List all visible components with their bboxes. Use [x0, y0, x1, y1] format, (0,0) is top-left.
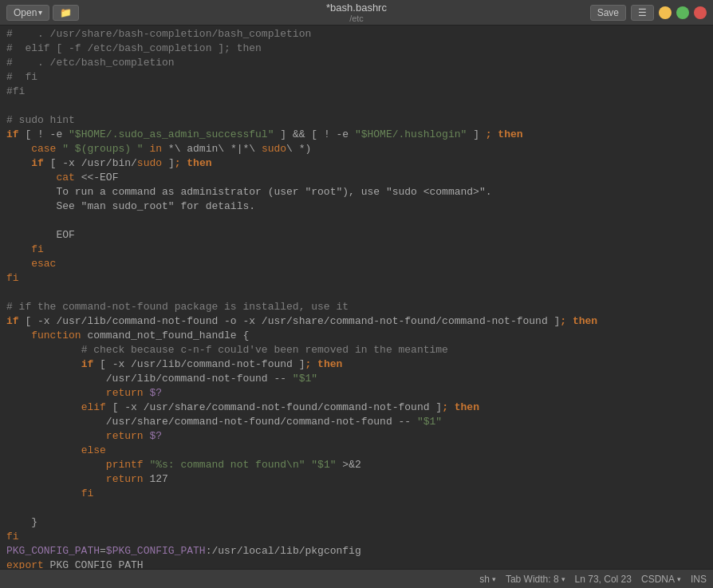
code-line: # if the command-not-found package is in… [0, 300, 713, 314]
titlebar-left: Open ▾ 📁 [6, 5, 79, 21]
open-button[interactable]: Open ▾ [6, 5, 49, 21]
code-line: To run a command as administrator (user … [0, 185, 713, 199]
code-line: fi [0, 243, 713, 257]
encoding-arrow-icon: ▾ [677, 575, 681, 583]
code-line: printf "%s: command not found\n" "$1" >&… [0, 458, 713, 472]
code-line: return $? [0, 386, 713, 401]
code-line: } [0, 515, 713, 530]
code-line: if [ -x /usr/bin/sudo ]; then [0, 156, 713, 171]
file-title: *bash.bashrc [326, 2, 387, 14]
open-label: Open [14, 7, 37, 18]
code-line: # . /usr/share/bash-completion/bash_comp… [0, 27, 713, 41]
encoding-selector[interactable]: CSDNA ▾ [641, 574, 681, 585]
titlebar-right: Save ☰ [590, 5, 707, 21]
ins-indicator[interactable]: INS [691, 574, 707, 585]
code-line: fi [0, 271, 713, 286]
code-line [0, 99, 713, 113]
tabwidth-label: Tab Width: 8 [506, 574, 559, 585]
code-line: # check because c-n-f could've been remo… [0, 343, 713, 357]
position-indicator[interactable]: Ln 73, Col 23 [575, 574, 632, 585]
save-button[interactable]: Save [590, 5, 626, 21]
code-line: if [ -x /usr/lib/command-not-found ]; th… [0, 357, 713, 372]
code-line [0, 501, 713, 515]
code-line: /usr/lib/command-not-found -- "$1" [0, 372, 713, 386]
code-line [0, 214, 713, 228]
code-line: return 127 [0, 472, 713, 487]
code-line: return $? [0, 429, 713, 444]
syntax-selector[interactable]: sh ▾ [479, 574, 496, 585]
menu-button[interactable]: ☰ [631, 5, 654, 21]
file-path: /etc [326, 14, 387, 23]
code-line: export PKG_CONFIG_PATH [0, 558, 713, 569]
titlebar-center: *bash.bashrc /etc [326, 2, 387, 23]
code-line: if [ -x /usr/lib/command-not-found -o -x… [0, 314, 713, 329]
folder-button[interactable]: 📁 [53, 5, 79, 21]
minimize-button[interactable] [659, 6, 672, 19]
close-button[interactable] [694, 6, 707, 19]
tabwidth-selector[interactable]: Tab Width: 8 ▾ [506, 574, 565, 585]
ins-label: INS [691, 574, 707, 585]
syntax-label: sh [479, 574, 490, 585]
editor[interactable]: # . /usr/share/bash-completion/bash_comp… [0, 26, 713, 569]
code-line: fi [0, 530, 713, 544]
code-line: /usr/share/command-not-found/command-not… [0, 415, 713, 429]
titlebar: Open ▾ 📁 *bash.bashrc /etc Save ☰ [0, 0, 713, 26]
code-line: # fi [0, 70, 713, 85]
open-arrow-icon: ▾ [38, 8, 42, 17]
maximize-button[interactable] [676, 6, 689, 19]
code-line: PKG_CONFIG_PATH=$PKG_CONFIG_PATH:/usr/lo… [0, 544, 713, 558]
code-line: #fi [0, 85, 713, 99]
code-line: See "man sudo_root" for details. [0, 199, 713, 214]
code-line: if [ ! -e "$HOME/.sudo_as_admin_successf… [0, 128, 713, 142]
code-line: else [0, 444, 713, 458]
statusbar: sh ▾ Tab Width: 8 ▾ Ln 73, Col 23 CSDNA … [0, 569, 713, 588]
code-line: cat <<-EOF [0, 171, 713, 185]
code-line: # sudo hint [0, 113, 713, 128]
code-line: # elif [ -f /etc/bash_completion ]; then [0, 41, 713, 56]
code-line: # . /etc/bash_completion [0, 56, 713, 70]
code-line: EOF [0, 228, 713, 243]
code-line [0, 286, 713, 300]
encoding-label: CSDNA [641, 574, 675, 585]
code-line: function command_not_found_handle { [0, 329, 713, 343]
code-line: fi [0, 487, 713, 501]
code-line: esac [0, 257, 713, 271]
code-line: case " $(groups) " in *\ admin\ *|*\ sud… [0, 142, 713, 156]
code-line: elif [ -x /usr/share/command-not-found/c… [0, 401, 713, 415]
position-label: Ln 73, Col 23 [575, 574, 632, 585]
syntax-arrow-icon: ▾ [492, 575, 496, 583]
tabwidth-arrow-icon: ▾ [561, 575, 565, 583]
